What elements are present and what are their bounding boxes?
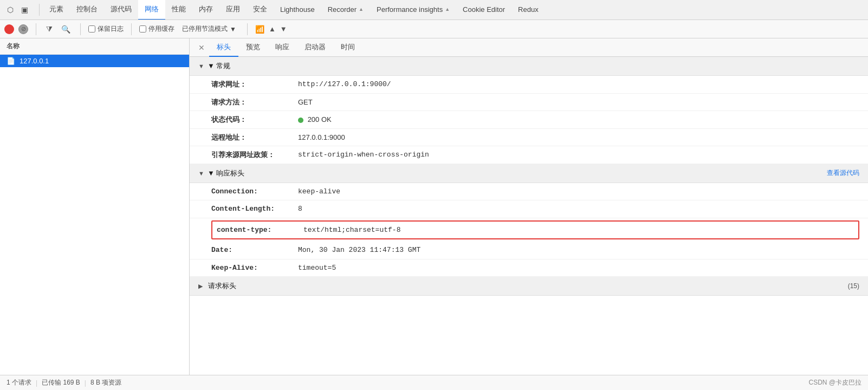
download-icon[interactable]: ▼ bbox=[280, 25, 287, 33]
tab-elements[interactable]: 元素 bbox=[43, 0, 70, 20]
search-icon[interactable]: 🔍 bbox=[59, 24, 73, 35]
field-request-url: 请求网址： http://127.0.0.1:9000/ bbox=[190, 76, 868, 94]
status-resources: 8 B 项资源 bbox=[90, 378, 121, 387]
preserve-log-checkbox[interactable]: 保留日志 bbox=[88, 24, 124, 34]
field-name-status-code: 状态代码： bbox=[211, 114, 298, 125]
field-value-content-length: 8 bbox=[298, 204, 859, 214]
separator-2: | bbox=[85, 379, 86, 387]
field-status-code: 状态代码： 200 OK bbox=[190, 111, 868, 129]
field-content-type: content-type: text/html;charset=utf-8 bbox=[211, 220, 859, 240]
field-name-content-length: Content-Length: bbox=[211, 204, 298, 214]
clear-button[interactable]: ⊘ bbox=[18, 24, 28, 34]
wifi-icon: 📶 bbox=[255, 25, 264, 34]
field-name-request-method: 请求方法： bbox=[211, 97, 298, 108]
disable-cache-checkbox[interactable]: 停用缓存 bbox=[139, 24, 174, 34]
general-section: ▼ 常规 请求网址： http://127.0.0.1:9000/ 请求方法： … bbox=[190, 57, 868, 164]
field-keep-alive: Keep-Alive: timeout=5 bbox=[190, 259, 868, 277]
general-toggle-icon: ▼ bbox=[198, 63, 204, 69]
request-headers-section-title: 请求标头 bbox=[208, 281, 236, 291]
status-transferred: 已传输 169 B bbox=[42, 378, 80, 387]
top-tabs-bar: ⬡ ▣ 元素 控制台 源代码 网络 性能 内存 应用 安全 Lighthouse… bbox=[0, 0, 868, 20]
tab-application[interactable]: 应用 bbox=[219, 0, 247, 20]
sub-tab-headers[interactable]: 标头 bbox=[209, 38, 238, 57]
tab-console[interactable]: 控制台 bbox=[70, 0, 104, 20]
left-panel: 名称 📄 127.0.0.1 bbox=[0, 38, 190, 375]
field-value-status-code: 200 OK bbox=[298, 114, 859, 125]
field-referrer-policy: 引荐来源网址政策： strict-origin-when-cross-origi… bbox=[190, 146, 868, 164]
tab-recorder[interactable]: Recorder bbox=[321, 0, 370, 20]
filter-icon[interactable]: ⧩ bbox=[44, 23, 55, 35]
tab-redux[interactable]: Redux bbox=[511, 0, 545, 20]
tab-sources[interactable]: 源代码 bbox=[104, 0, 138, 20]
field-value-content-type: text/html;charset=utf-8 bbox=[303, 225, 854, 236]
field-name-date: Date: bbox=[211, 245, 298, 256]
content-area: ▼ 常规 请求网址： http://127.0.0.1:9000/ 请求方法： … bbox=[190, 57, 868, 375]
tab-network[interactable]: 网络 bbox=[138, 0, 165, 20]
toolbar-divider-4 bbox=[247, 23, 248, 35]
status-bar: 1 个请求 | 已传输 169 B | 8 B 项资源 CSDN @卡皮巴拉 bbox=[0, 375, 868, 390]
tab-lighthouse[interactable]: Lighthouse bbox=[274, 0, 321, 20]
tab-memory[interactable]: 内存 bbox=[192, 0, 219, 20]
close-panel-button[interactable]: ✕ bbox=[194, 43, 209, 52]
field-value-request-url: http://127.0.0.1:9000/ bbox=[298, 79, 859, 90]
request-headers-section: ▶ 请求标头 (15) bbox=[190, 277, 868, 296]
cursor-icon[interactable]: ⬡ bbox=[4, 4, 16, 16]
field-content-length: Content-Length: 8 bbox=[190, 200, 868, 218]
request-headers-section-header[interactable]: ▶ 请求标头 (15) bbox=[190, 277, 868, 296]
field-date: Date: Mon, 30 Jan 2023 11:47:13 GMT bbox=[190, 242, 868, 259]
tab-cookie-editor[interactable]: Cookie Editor bbox=[456, 0, 511, 20]
response-headers-toggle-icon: ▼ bbox=[198, 170, 204, 177]
network-toolbar: ⊘ ⧩ 🔍 保留日志 停用缓存 已停用节流模式 ▼ 📶 ▲ ▼ bbox=[0, 20, 868, 38]
divider bbox=[39, 4, 40, 16]
view-source-button[interactable]: 查看源代码 bbox=[827, 168, 859, 178]
field-connection: Connection: keep-alive bbox=[190, 183, 868, 201]
field-request-method: 请求方法： GET bbox=[190, 94, 868, 112]
status-green-indicator bbox=[298, 118, 303, 123]
field-value-keep-alive: timeout=5 bbox=[298, 263, 859, 274]
field-name-referrer-policy: 引荐来源网址政策： bbox=[211, 150, 298, 160]
toolbar-divider-3 bbox=[131, 23, 132, 35]
watermark: CSDN @卡皮巴拉 bbox=[808, 378, 861, 387]
file-item[interactable]: 📄 127.0.0.1 bbox=[0, 55, 189, 67]
sub-tab-response[interactable]: 响应 bbox=[268, 38, 297, 57]
toolbar-divider-1 bbox=[36, 23, 36, 35]
sub-tab-preview[interactable]: 预览 bbox=[238, 38, 268, 57]
tab-performance[interactable]: 性能 bbox=[165, 0, 192, 20]
field-value-date: Mon, 30 Jan 2023 11:47:13 GMT bbox=[298, 245, 859, 256]
left-panel-header: 名称 bbox=[0, 38, 189, 55]
file-icon: 📄 bbox=[7, 57, 15, 65]
field-value-request-method: GET bbox=[298, 97, 859, 108]
field-remote-address: 远程地址： 127.0.0.1:9000 bbox=[190, 129, 868, 147]
field-name-keep-alive: Keep-Alive: bbox=[211, 263, 298, 274]
right-panel: ✕ 标头 预览 响应 启动器 时间 ▼ 常规 请求网址： http://127.… bbox=[190, 38, 868, 375]
field-name-remote-address: 远程地址： bbox=[211, 132, 298, 143]
field-value-connection: keep-alive bbox=[298, 186, 859, 197]
field-value-remote-address: 127.0.0.1:9000 bbox=[298, 132, 859, 143]
toolbar-divider-2 bbox=[80, 23, 81, 35]
upload-icon[interactable]: ▲ bbox=[269, 25, 276, 33]
response-headers-section-header[interactable]: ▼ 响应标头 查看源代码 bbox=[190, 164, 868, 183]
field-name-connection: Connection: bbox=[211, 186, 298, 197]
tab-security[interactable]: 安全 bbox=[247, 0, 274, 20]
sub-tab-timing[interactable]: 时间 bbox=[333, 38, 362, 57]
request-headers-count: (15) bbox=[848, 282, 859, 290]
record-button[interactable] bbox=[4, 24, 14, 34]
throttle-dropdown[interactable]: 已停用节流模式 ▼ bbox=[179, 23, 239, 35]
response-headers-section: ▼ 响应标头 查看源代码 Connection: keep-alive Cont… bbox=[190, 164, 868, 277]
sub-tabs: ✕ 标头 预览 响应 启动器 时间 bbox=[190, 38, 868, 57]
field-value-referrer-policy: strict-origin-when-cross-origin bbox=[298, 150, 859, 160]
tab-performance-insights[interactable]: Performance insights bbox=[370, 0, 456, 20]
response-headers-section-title: 响应标头 bbox=[208, 168, 244, 178]
sub-tab-initiator[interactable]: 启动器 bbox=[297, 38, 333, 57]
device-icon[interactable]: ▣ bbox=[18, 4, 30, 16]
request-headers-toggle-icon: ▶ bbox=[198, 283, 203, 290]
general-section-title: 常规 bbox=[208, 61, 230, 71]
tool-icons-group: ⬡ ▣ bbox=[4, 4, 30, 16]
general-section-header[interactable]: ▼ 常规 bbox=[190, 57, 868, 76]
field-name-content-type: content-type: bbox=[217, 225, 303, 236]
field-name-request-url: 请求网址： bbox=[211, 79, 298, 90]
status-requests: 1 个请求 bbox=[7, 378, 31, 387]
main-area: 名称 📄 127.0.0.1 ✕ 标头 预览 响应 启动器 时间 ▼ 常规 bbox=[0, 38, 868, 375]
separator-1: | bbox=[36, 379, 37, 387]
